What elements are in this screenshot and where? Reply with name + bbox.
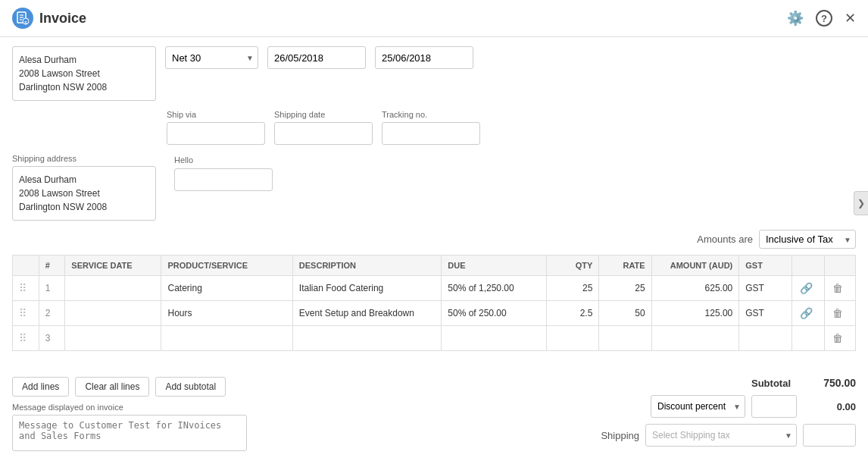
row3-service-date[interactable]	[65, 326, 161, 351]
row1-drag: ⠿	[13, 276, 39, 301]
trash-icon: 🗑	[832, 282, 843, 294]
row3-description[interactable]	[292, 326, 441, 351]
table-row: ⠿ 3 🗑	[13, 326, 856, 351]
row1-link: 🔗	[792, 276, 825, 301]
close-button[interactable]: ✕	[845, 10, 856, 27]
row2-service-date[interactable]	[65, 301, 161, 326]
due-date-input[interactable]	[375, 46, 473, 69]
drag-handle-icon[interactable]: ⠿	[19, 282, 27, 294]
bottom-section: Add lines Clear all lines Add subtotal M…	[0, 369, 868, 461]
row2-delete-button[interactable]: 🗑	[831, 306, 845, 321]
row1-amount: 625.00	[651, 276, 739, 301]
message-section: Message displayed on invoice	[12, 403, 247, 453]
row2-rate[interactable]: 50	[599, 301, 651, 326]
discount-select-wrapper: Discount percent Discount value ▼	[651, 395, 745, 418]
row3-due[interactable]	[442, 326, 547, 351]
amounts-select-wrapper: Inclusive of Tax Exclusive of Tax No Tax…	[759, 230, 856, 249]
hello-input[interactable]	[174, 168, 273, 191]
billing-line-3: Darlington NSW 2008	[19, 80, 149, 94]
row1-link-button[interactable]: 🔗	[798, 281, 814, 296]
amounts-select[interactable]: Inclusive of Tax Exclusive of Tax No Tax	[759, 230, 856, 249]
add-lines-button[interactable]: Add lines	[12, 377, 69, 397]
col-delete	[825, 256, 856, 276]
discount-select[interactable]: Discount percent Discount value	[651, 395, 745, 418]
shipping-address-label: Shipping address	[12, 154, 156, 163]
ship-via-input[interactable]	[167, 122, 265, 145]
subtotal-value: 750.00	[803, 377, 856, 389]
panel-toggle-button[interactable]: ❯	[854, 191, 868, 215]
col-gst: GST	[739, 256, 792, 276]
shipping-tax-select-wrapper: Select Shipping tax ▼	[645, 424, 797, 447]
row3-delete-button[interactable]: 🗑	[831, 331, 845, 346]
billing-line-2: 2008 Lawson Street	[19, 67, 149, 80]
message-textarea[interactable]	[12, 415, 247, 451]
ship-via-label: Ship via	[167, 110, 265, 119]
row2-qty[interactable]: 2.5	[546, 301, 598, 326]
row3-rate[interactable]	[599, 326, 651, 351]
col-num: #	[39, 256, 65, 276]
row2-description[interactable]: Event Setup and Breakdown	[292, 301, 441, 326]
invoice-table: # SERVICE DATE PRODUCT/SERVICE DESCRIPTI…	[12, 255, 856, 351]
hello-section: Hello	[174, 154, 273, 221]
row1-qty[interactable]: 25	[546, 276, 598, 301]
drag-handle-icon[interactable]: ⠿	[19, 332, 27, 344]
row1-gst[interactable]: GST	[739, 276, 792, 301]
help-button[interactable]: ?	[816, 10, 832, 27]
row2-product[interactable]: Hours	[161, 301, 292, 326]
row1-rate[interactable]: 25	[599, 276, 651, 301]
row3-service-date-input[interactable]	[71, 333, 155, 343]
header-right: ⚙️ ? ✕	[787, 10, 856, 27]
row2-gst[interactable]: GST	[739, 301, 792, 326]
tracking-no-label: Tracking no.	[382, 110, 480, 119]
date-input[interactable]	[267, 46, 366, 69]
row1-service-date-input[interactable]	[71, 283, 155, 293]
address-section: Shipping address Alesa Durham 2008 Lawso…	[12, 154, 856, 221]
amounts-label: Amounts are	[697, 234, 753, 245]
app-container: $ Invoice ⚙️ ? ✕ ❯ Alesa Durham	[0, 0, 868, 461]
row3-product[interactable]	[161, 326, 292, 351]
shipping-line-2: 2008 Lawson Street	[19, 187, 149, 200]
settings-button[interactable]: ⚙️	[787, 10, 804, 27]
page-title: Invoice	[39, 11, 86, 27]
subtotal-row: Subtotal 750.00	[568, 377, 856, 389]
row3-gst[interactable]	[739, 326, 792, 351]
row2-link-button[interactable]: 🔗	[798, 306, 814, 321]
row1-description[interactable]: Italian Food Catering	[292, 276, 441, 301]
shipping-date-input[interactable]	[274, 122, 373, 145]
col-link	[792, 256, 825, 276]
row3-num: 3	[39, 326, 65, 351]
discount-row: Discount percent Discount value ▼ 0.00	[568, 395, 856, 418]
due-date-group	[375, 46, 473, 69]
tracking-no-input[interactable]	[382, 122, 480, 145]
amounts-row: Amounts are Inclusive of Tax Exclusive o…	[12, 230, 856, 249]
row1-service-date[interactable]	[65, 276, 161, 301]
terms-select-wrapper: Net 30 Net 15 Due on receipt ▼	[165, 46, 258, 69]
help-icon: ?	[816, 10, 832, 27]
col-qty: QTY	[546, 256, 598, 276]
date-group	[267, 46, 366, 69]
row3-qty[interactable]	[546, 326, 598, 351]
col-product: PRODUCT/SERVICE	[161, 256, 292, 276]
row1-product[interactable]: Catering	[161, 276, 292, 301]
col-drag	[13, 256, 39, 276]
action-buttons: Add lines Clear all lines Add subtotal	[12, 377, 247, 397]
shipping-value-input[interactable]	[803, 424, 856, 447]
terms-select[interactable]: Net 30 Net 15 Due on receipt	[165, 46, 258, 69]
row1-delete-button[interactable]: 🗑	[831, 281, 845, 296]
row2-due[interactable]: 50% of 250.00	[442, 301, 547, 326]
header-left: $ Invoice	[12, 8, 86, 29]
tracking-no-group: Tracking no.	[382, 110, 480, 145]
row3-amount	[651, 326, 739, 351]
row2-drag: ⠿	[13, 301, 39, 326]
clear-all-lines-button[interactable]: Clear all lines	[75, 377, 149, 397]
drag-handle-icon[interactable]: ⠿	[19, 307, 27, 319]
row2-service-date-input[interactable]	[71, 308, 155, 318]
shipping-address-box: Alesa Durham 2008 Lawson Street Darlingt…	[12, 166, 156, 221]
add-subtotal-button[interactable]: Add subtotal	[155, 377, 226, 397]
chevron-right-icon: ❯	[857, 198, 865, 209]
row1-due[interactable]: 50% of 1,250.00	[442, 276, 547, 301]
shipping-tax-select[interactable]: Select Shipping tax	[645, 424, 797, 447]
discount-input[interactable]	[751, 395, 797, 418]
billing-address-box: Alesa Durham 2008 Lawson Street Darlingt…	[12, 46, 156, 101]
bottom-right: Subtotal 750.00 Discount percent Discoun…	[568, 377, 856, 447]
